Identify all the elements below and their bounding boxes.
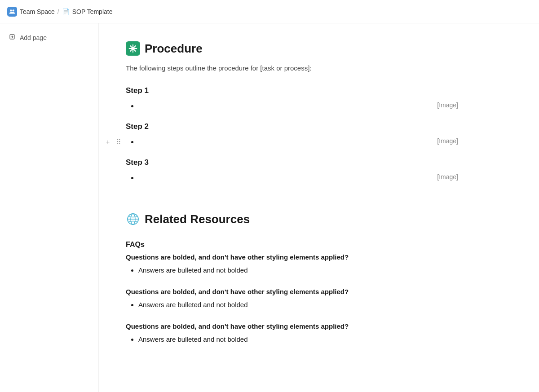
step-1-bullets xyxy=(126,99,261,113)
step-3-bullet-item xyxy=(138,171,261,185)
add-page-icon xyxy=(9,33,16,42)
step-2-row: + ⠿ [Image] xyxy=(126,135,458,149)
step-1-block: Step 1 [Image] xyxy=(126,86,458,113)
faq-3-answer-item: Answers are bulleted and not bolded xyxy=(138,333,458,346)
top-bar: Team Space / 📄 SOP Template xyxy=(0,0,539,23)
step-1-image: [Image] xyxy=(437,100,458,110)
faq-2-answers: Answers are bulleted and not bolded xyxy=(126,298,458,312)
step-2-image: [Image] xyxy=(437,136,458,146)
step-3-image: [Image] xyxy=(437,172,458,182)
faqs-heading: FAQs xyxy=(126,241,458,249)
step-3-title: Step 3 xyxy=(126,158,458,167)
faq-1-answers: Answers are bulleted and not bolded xyxy=(126,264,458,277)
add-page-button[interactable]: Add page xyxy=(5,31,93,45)
related-resources-title: Related Resources xyxy=(145,212,250,226)
team-space-icon xyxy=(7,7,17,17)
sidebar: Add page xyxy=(0,23,99,392)
procedure-icon xyxy=(126,41,140,56)
step-1-row: [Image] xyxy=(126,99,458,113)
sop-template-label[interactable]: SOP Template xyxy=(72,8,113,15)
faq-3-answers: Answers are bulleted and not bolded xyxy=(126,333,458,346)
step-3-row: [Image] xyxy=(126,171,458,185)
step-3-bullets xyxy=(126,171,261,185)
step-2-controls: + ⠿ xyxy=(103,137,123,146)
step-1-bullet-item xyxy=(138,99,261,113)
faq-3-question: Questions are bolded, and don't have oth… xyxy=(126,322,458,330)
svg-point-0 xyxy=(10,9,12,11)
faq-2-answer-item: Answers are bulleted and not bolded xyxy=(138,298,458,312)
rr-spacer xyxy=(126,233,458,241)
faq-2-question: Questions are bolded, and don't have oth… xyxy=(126,288,458,295)
procedure-title: Procedure xyxy=(145,42,203,56)
breadcrumb-separator: / xyxy=(57,8,59,15)
step-2-bullet-item xyxy=(138,135,261,149)
step-3-block: Step 3 [Image] xyxy=(126,158,458,185)
faq-1-question: Questions are bolded, and don't have oth… xyxy=(126,253,458,261)
faq-block-3: Questions are bolded, and don't have oth… xyxy=(126,322,458,346)
faq-block-2: Questions are bolded, and don't have oth… xyxy=(126,288,458,312)
globe-icon xyxy=(126,212,140,226)
add-page-label: Add page xyxy=(20,34,47,41)
add-block-button[interactable]: + xyxy=(103,137,112,146)
layout: Add page Procedure The following steps o… xyxy=(0,23,539,392)
section-spacer-1 xyxy=(126,194,458,212)
breadcrumb: Team Space / 📄 SOP Template xyxy=(7,7,112,17)
team-space-label[interactable]: Team Space xyxy=(20,8,55,15)
faq-1-answer-item: Answers are bulleted and not bolded xyxy=(138,264,458,277)
related-resources-heading: Related Resources xyxy=(126,212,458,226)
procedure-heading: Procedure xyxy=(126,41,458,56)
step-2-block: Step 2 + ⠿ [Image] xyxy=(126,122,458,149)
step-1-title: Step 1 xyxy=(126,86,458,95)
doc-icon: 📄 xyxy=(62,8,70,15)
faq-block-1: Questions are bolded, and don't have oth… xyxy=(126,253,458,277)
procedure-intro: The following steps outline the procedur… xyxy=(126,63,458,74)
step-2-title: Step 2 xyxy=(126,122,458,131)
svg-point-1 xyxy=(12,9,14,11)
drag-handle[interactable]: ⠿ xyxy=(114,137,123,146)
main-content: Procedure The following steps outline th… xyxy=(99,23,485,392)
step-2-bullets xyxy=(126,135,261,149)
